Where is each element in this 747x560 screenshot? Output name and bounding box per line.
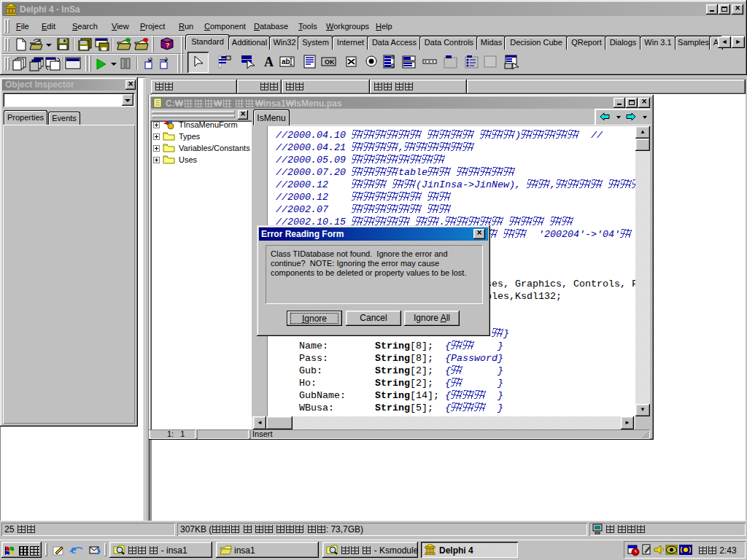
svg-text:?: ? (166, 42, 170, 49)
svg-text:OK: OK (325, 58, 335, 66)
svg-text:A: A (264, 55, 274, 69)
svg-text:ab: ab (282, 58, 290, 66)
